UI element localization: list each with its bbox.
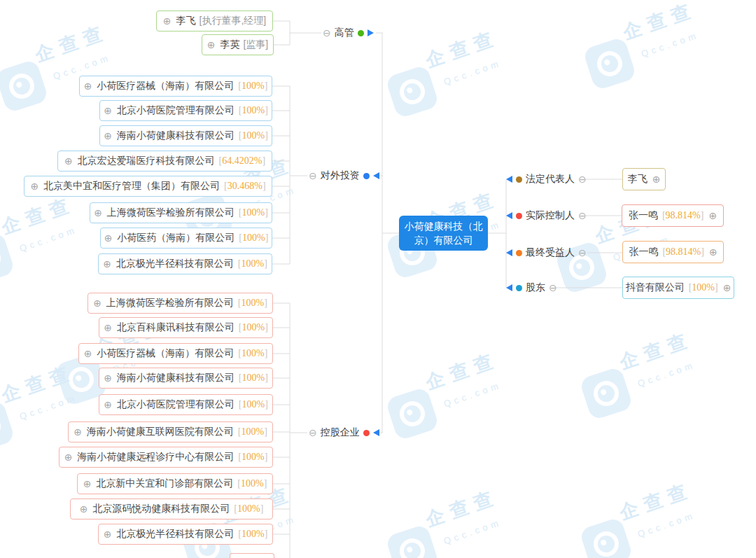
expand-icon[interactable]: ⊕ bbox=[64, 452, 73, 463]
center-company-node[interactable]: 小荷健康科技（北京）有限公司 bbox=[399, 216, 488, 251]
person-name: 李英 bbox=[220, 39, 239, 51]
expand-icon[interactable]: ⊕ bbox=[104, 232, 113, 244]
expand-icon[interactable]: ⊕ bbox=[64, 155, 73, 167]
investment-node[interactable]: ⊕ 小荷医药（海南）有限公司 100% bbox=[100, 228, 272, 249]
investment-node[interactable]: ⊕ 北京小荷医院管理有限公司 100% bbox=[99, 100, 272, 121]
branch-executives[interactable]: ⊖ 高管 bbox=[323, 27, 374, 39]
company-name: 北京极光半径科技有限公司 bbox=[116, 258, 234, 270]
expand-icon[interactable]: ⊕ bbox=[104, 130, 112, 141]
ownership-percent: 100% bbox=[239, 130, 268, 141]
legal-representative-node[interactable]: 李飞 ⊕ bbox=[622, 168, 666, 190]
branch-holdings[interactable]: ⊖ 控股企业 bbox=[309, 426, 379, 439]
holding-node[interactable]: ⊕ 海南小荷健康远程诊疗中心有限公司 100% bbox=[59, 447, 273, 468]
holding-node-clipped[interactable] bbox=[230, 553, 274, 558]
ownership-percent: 100% bbox=[238, 452, 267, 463]
collapse-icon[interactable]: ⊖ bbox=[578, 247, 587, 258]
relation-actual-controller[interactable]: 实际控制人 ⊖ bbox=[506, 209, 587, 222]
investment-node[interactable]: ⊕ 北京极光半径科技有限公司 100% bbox=[98, 253, 272, 274]
collapse-icon[interactable]: ⊖ bbox=[309, 170, 317, 181]
ownership-percent: 100% bbox=[239, 232, 268, 244]
arrow-left-icon bbox=[373, 172, 379, 179]
collapse-icon[interactable]: ⊖ bbox=[309, 427, 317, 438]
company-name: 海南小荷健康互联网医院有限公司 bbox=[87, 426, 234, 438]
expand-icon[interactable]: ⊕ bbox=[93, 298, 102, 309]
investment-node[interactable]: ⊕ 北京美中宜和医疗管理（集团）有限公司 30.468% bbox=[24, 176, 272, 197]
collapse-icon[interactable]: ⊖ bbox=[578, 210, 587, 221]
company-name: 小荷医药（海南）有限公司 bbox=[117, 232, 234, 244]
expand-icon[interactable]: ⊕ bbox=[207, 39, 216, 50]
actual-controller-node[interactable]: 张一鸣 98.814% ⊕ bbox=[622, 204, 724, 227]
expand-icon[interactable]: ⊕ bbox=[74, 426, 82, 438]
relation-shareholder[interactable]: 股东 ⊖ bbox=[506, 281, 557, 294]
investment-node[interactable]: ⊕ 海南小荷健康科技有限公司 100% bbox=[99, 125, 272, 146]
red-dot-icon bbox=[516, 213, 522, 219]
holding-node[interactable]: ⊕ 小荷医疗器械（海南）有限公司 100% bbox=[78, 343, 273, 364]
executive-node[interactable]: ⊕ 李英 [监事] bbox=[202, 34, 274, 55]
branch-label: 高管 bbox=[335, 27, 354, 39]
ownership-percent: 100% bbox=[238, 81, 267, 92]
collapse-icon[interactable]: ⊖ bbox=[323, 27, 331, 39]
person-name: 张一鸣 bbox=[629, 209, 658, 222]
expand-icon[interactable]: ⊕ bbox=[163, 15, 172, 27]
company-name: 上海微荷医学检验所有限公司 bbox=[106, 297, 234, 309]
relation-ultimate-beneficiary[interactable]: 最终受益人 ⊖ bbox=[506, 246, 587, 259]
holding-node[interactable]: ⊕ 北京小荷医院管理有限公司 100% bbox=[99, 394, 273, 415]
holding-node[interactable]: ⊕ 北京极光半径科技有限公司 100% bbox=[98, 524, 273, 545]
person-name: 李飞 bbox=[176, 15, 196, 27]
expand-icon[interactable]: ⊕ bbox=[709, 246, 718, 258]
holding-node[interactable]: ⊕ 北京百科康讯科技有限公司 100% bbox=[99, 317, 273, 338]
ownership-percent: 100% bbox=[239, 322, 268, 333]
expand-icon[interactable]: ⊕ bbox=[84, 348, 92, 359]
expand-icon[interactable]: ⊕ bbox=[104, 529, 112, 540]
expand-icon[interactable]: ⊕ bbox=[84, 81, 92, 92]
shareholder-node[interactable]: 抖音有限公司 100% ⊕ bbox=[622, 277, 734, 299]
relation-label: 法定代表人 bbox=[526, 173, 575, 186]
expand-icon[interactable]: ⊕ bbox=[80, 503, 88, 515]
person-name: 张一鸣 bbox=[629, 246, 658, 258]
ultimate-beneficiary-node[interactable]: 张一鸣 98.814% ⊕ bbox=[622, 241, 724, 263]
executive-node[interactable]: ⊕ 李飞 [执行董事,经理] bbox=[156, 11, 273, 32]
holding-node[interactable]: ⊕ 海南小荷健康互联网医院有限公司 100% bbox=[68, 421, 273, 442]
ownership-percent: 100% bbox=[239, 399, 268, 410]
arrow-left-icon bbox=[506, 284, 512, 291]
expand-icon[interactable]: ⊕ bbox=[103, 258, 111, 270]
ownership-percent: 98.814% bbox=[662, 246, 704, 258]
ownership-percent: 100% bbox=[237, 478, 267, 489]
collapse-icon[interactable]: ⊖ bbox=[549, 282, 557, 293]
company-name: 北京美中宜和医疗管理（集团）有限公司 bbox=[43, 180, 220, 193]
ownership-percent: 100% bbox=[239, 372, 268, 384]
relation-legal-representative[interactable]: 法定代表人 ⊖ bbox=[506, 173, 587, 186]
green-dot-icon bbox=[358, 30, 364, 36]
ownership-percent: 100% bbox=[238, 348, 267, 359]
arrow-left-icon bbox=[373, 429, 379, 436]
expand-icon[interactable]: ⊕ bbox=[104, 105, 112, 116]
holding-node[interactable]: ⊕ 上海微荷医学检验所有限公司 100% bbox=[88, 293, 273, 314]
holding-node[interactable]: ⊕ 北京新中关宜和门诊部有限公司 100% bbox=[77, 473, 273, 494]
expand-icon[interactable]: ⊕ bbox=[104, 372, 112, 384]
expand-icon[interactable]: ⊕ bbox=[104, 399, 112, 410]
company-name: 北京小荷医院管理有限公司 bbox=[117, 398, 234, 411]
investment-node[interactable]: ⊕ 小荷医疗器械（海南）有限公司 100% bbox=[79, 76, 272, 97]
expand-icon[interactable]: ⊕ bbox=[708, 210, 717, 221]
investment-node[interactable]: ⊕ 上海微荷医学检验所有限公司 100% bbox=[90, 202, 272, 223]
expand-icon[interactable]: ⊕ bbox=[104, 322, 112, 333]
company-name: 小荷医疗器械（海南）有限公司 bbox=[97, 80, 234, 92]
arrow-left-icon bbox=[506, 249, 512, 256]
expand-icon[interactable]: ⊕ bbox=[723, 282, 732, 293]
branch-investments[interactable]: ⊖ 对外投资 bbox=[309, 169, 379, 182]
expand-icon[interactable]: ⊕ bbox=[83, 478, 92, 489]
expand-icon[interactable]: ⊕ bbox=[94, 207, 102, 218]
expand-icon[interactable]: ⊕ bbox=[652, 174, 661, 185]
expand-icon[interactable]: ⊕ bbox=[30, 181, 38, 192]
collapse-icon[interactable]: ⊖ bbox=[578, 174, 587, 185]
holding-node[interactable]: ⊕ 海南小荷健康科技有限公司 100% bbox=[99, 368, 273, 389]
company-name: 北京新中关宜和门诊部有限公司 bbox=[96, 477, 233, 490]
ownership-percent: 100% bbox=[238, 426, 267, 438]
ownership-percent: 64.4202% bbox=[219, 155, 266, 167]
relation-label: 股东 bbox=[526, 281, 545, 294]
company-name: 海南小荷健康远程诊疗中心有限公司 bbox=[77, 451, 234, 463]
investment-node[interactable]: ⊕ 北京宏达爱瑞医疗科技有限公司 64.4202% bbox=[57, 151, 272, 172]
holding-node[interactable]: ⊕ 北京源码悦动健康科技有限公司 100% bbox=[70, 498, 273, 519]
branch-label: 对外投资 bbox=[321, 169, 360, 182]
branch-label: 控股企业 bbox=[321, 426, 360, 439]
